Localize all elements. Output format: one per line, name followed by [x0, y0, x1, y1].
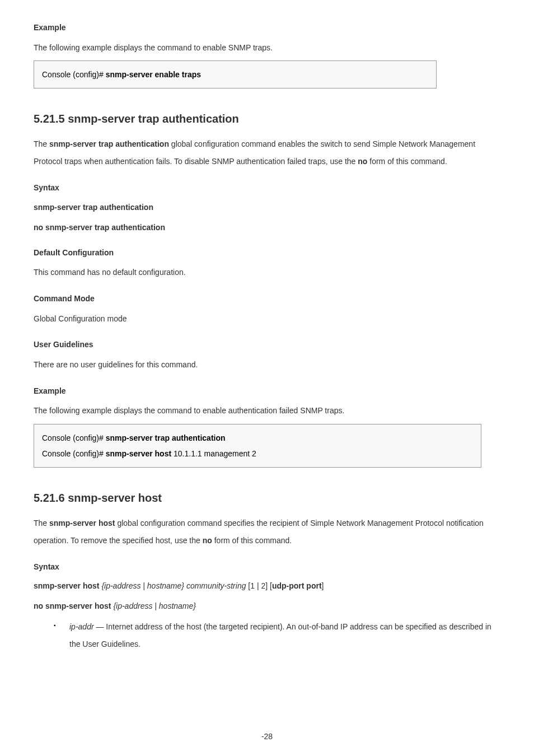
- sec2-description: The snmp-server trap authentication glob…: [34, 136, 500, 170]
- sec3-bullet1-term: ip-addr: [69, 622, 94, 631]
- sec3-syntax2: no snmp-server host {ip-address | hostna…: [34, 598, 500, 614]
- sec3-syntax1: snmp-server host {ip-address | hostname}…: [34, 578, 500, 594]
- sec2-ug-text: There are no user guidelines for this co…: [34, 356, 500, 374]
- example-label-top: Example: [34, 22, 500, 34]
- sec3-description: The snmp-server host global configuratio…: [34, 515, 500, 549]
- sec2-example-intro: The following example displays the comma…: [34, 402, 500, 419]
- heading-5-21-5: 5.21.5 snmp-server trap authentication: [34, 111, 500, 127]
- sec2-syntax-label: Syntax: [34, 183, 500, 194]
- sec2-mode-text: Global Configuration mode: [34, 310, 500, 328]
- sec3-syntax2-b: {ip-address | hostname}: [113, 601, 196, 610]
- sec3-bullet1: ip-addr — Internet address of the host (…: [54, 618, 500, 653]
- sec3-syntax1-a: snmp-server host: [34, 581, 101, 590]
- code2-cmd2b: 10.1.1.1 management 2: [174, 449, 256, 458]
- sec3-desc-end: form of this command.: [212, 536, 292, 545]
- code1-prompt: Console (config)#: [42, 70, 106, 79]
- sec2-desc-cmd: snmp-server trap authentication: [49, 139, 169, 148]
- sec3-desc-no: no: [203, 536, 212, 545]
- sec2-syntax1: snmp-server trap authentication: [34, 199, 500, 215]
- sec2-example-label: Example: [34, 386, 500, 397]
- page-number: -28: [0, 731, 534, 743]
- sec3-syntax1-e: ]: [322, 581, 324, 590]
- code2-cmd1: snmp-server trap authentication: [106, 433, 226, 442]
- sec2-desc-end: form of this command.: [367, 157, 447, 166]
- heading-5-21-6: 5.21.6 snmp-server host: [34, 490, 500, 506]
- code2-prompt1: Console (config)#: [42, 433, 106, 442]
- sec2-default-label: Default Configuration: [34, 248, 500, 259]
- example-intro-top: The following example displays the comma…: [34, 39, 500, 57]
- sec3-syntax-label: Syntax: [34, 562, 500, 573]
- sec3-bullet1-desc: — Internet address of the host (the targ…: [69, 622, 491, 648]
- sec2-mode-label: Command Mode: [34, 293, 500, 305]
- code2-prompt2: Console (config)#: [42, 449, 106, 458]
- sec2-syntax2: no snmp-server trap authentication: [34, 220, 500, 235]
- sec2-ug-label: User Guidelines: [34, 339, 500, 351]
- code-box-1: Console (config)# snmp-server enable tra…: [34, 60, 437, 88]
- sec3-desc-pre: The: [34, 519, 49, 528]
- code2-cmd2a: snmp-server host: [106, 449, 174, 458]
- sec2-default-text: This command has no default configuratio…: [34, 264, 500, 281]
- sec3-syntax2-a: no snmp-server host: [34, 601, 113, 610]
- code-box-2: Console (config)# snmp-server trap authe…: [34, 424, 481, 468]
- sec2-desc-pre: The: [34, 139, 49, 148]
- sec3-desc-cmd: snmp-server host: [49, 519, 115, 528]
- sec3-syntax1-d: udp-port port: [272, 581, 322, 590]
- code1-cmd: snmp-server enable traps: [106, 70, 201, 79]
- sec3-syntax1-b: {ip-address | hostname} community-string: [101, 581, 248, 590]
- sec3-param-list: ip-addr — Internet address of the host (…: [34, 618, 500, 653]
- sec3-syntax1-c: [1 | 2] [: [248, 581, 272, 590]
- sec2-desc-no: no: [358, 157, 367, 166]
